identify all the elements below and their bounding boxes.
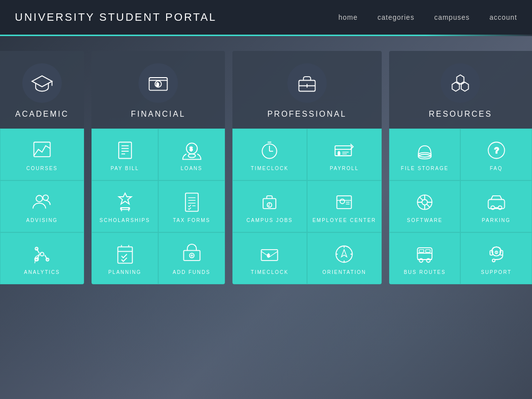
svg-marker-70 [461, 82, 469, 91]
tile-timeclock[interactable]: TIMECLOCK [232, 129, 307, 180]
tile-advising[interactable]: ADVISING [0, 180, 84, 232]
resources-header: RESOURCES [389, 51, 532, 129]
academic-title: ACADEMIC [15, 110, 69, 119]
professional-title: PROFESSIONAL [267, 110, 347, 119]
svg-rect-31 [118, 247, 132, 263]
tile-planning-label: PLANNING [108, 269, 141, 275]
tile-analytics[interactable]: ANALYTICS [0, 232, 84, 284]
tile-employeecenter-label: EMPLOYEE CENTER [312, 217, 376, 223]
tile-timeclock2[interactable]: $ TIMECLOCK [232, 232, 307, 284]
tile-parking[interactable]: PARKING [460, 180, 532, 232]
financial-icon-circle: $ [138, 63, 178, 103]
tile-scholarships[interactable]: SCHOLARSHIPS [91, 180, 158, 232]
svg-rect-95 [490, 251, 493, 255]
graduation-icon [31, 72, 53, 94]
financial-header: $ FINANCIAL [91, 51, 225, 129]
tile-timeclock2-label: TIMECLOCK [251, 269, 288, 275]
tile-loans-label: LOANS [181, 165, 203, 172]
svg-marker-0 [32, 76, 52, 87]
nav-campuses[interactable]: campuses [434, 13, 470, 21]
svg-point-24 [188, 154, 195, 157]
tile-faq-label: FAQ [490, 165, 503, 172]
financial-tiles: PAY BILL $ LOANS [91, 129, 225, 284]
svg-rect-87 [419, 250, 424, 253]
svg-marker-67 [342, 250, 347, 257]
professional-header: PROFESSIONAL [232, 51, 382, 129]
tile-addfunds[interactable]: ADD FUNDS [158, 232, 225, 284]
tile-planning[interactable]: PLANNING [91, 232, 158, 284]
tile-addfunds-label: ADD FUNDS [173, 269, 210, 275]
financial-title: FINANCIAL [131, 110, 186, 119]
tile-advising-label: ADVISING [26, 217, 58, 223]
svg-rect-17 [119, 142, 132, 159]
svg-marker-69 [452, 82, 460, 91]
academic-tiles: COURSES ADVISING [0, 129, 84, 284]
svg-point-62 [336, 246, 353, 263]
category-professional: PROFESSIONAL TIMECLOCK [232, 51, 382, 284]
tile-analytics-label: ANALYTICS [24, 269, 60, 275]
tile-faq[interactable]: ? FAQ [460, 129, 532, 180]
hexagons-icon [449, 72, 471, 94]
svg-text:$: $ [189, 146, 192, 152]
tile-parking-label: PARKING [482, 217, 511, 223]
svg-text:$: $ [156, 82, 159, 87]
nav-home[interactable]: home [339, 13, 358, 21]
tile-campusjobs-label: CAMPUS JOBS [247, 217, 293, 223]
tile-employeecenter[interactable]: EMPLOYEE CENTER [307, 180, 382, 232]
academic-header: ACADEMIC [0, 51, 84, 129]
tile-taxforms-label: TAX FORMS [173, 217, 211, 223]
tile-courses[interactable]: COURSES [0, 129, 84, 180]
tile-courses-label: COURSES [26, 165, 57, 172]
svg-point-97 [492, 259, 495, 262]
tile-scholarships-label: SCHOLARSHIPS [99, 217, 150, 223]
resources-title: RESOURCES [429, 110, 492, 119]
tile-software-label: SOFTWARE [407, 217, 443, 223]
tile-paybill-label: PAY BILL [111, 165, 139, 172]
tile-paybill[interactable]: PAY BILL [91, 129, 158, 180]
svg-point-4 [43, 195, 48, 200]
nav-links: home categories campuses account [339, 13, 517, 21]
tile-campusjobs[interactable]: CAMPUS JOBS [232, 180, 307, 232]
tile-support[interactable]: SUPPORT [460, 232, 532, 284]
hero-section: ACADEMIC COURSES [0, 36, 532, 399]
tile-filestorage[interactable]: FILE STORAGE [389, 129, 461, 180]
tile-loans[interactable]: $ LOANS [158, 129, 225, 180]
tile-busroutes[interactable]: BUS ROUTES [389, 232, 461, 284]
tile-payroll-label: PAYROLL [330, 165, 359, 172]
svg-point-3 [36, 195, 43, 202]
svg-text:$: $ [338, 151, 341, 156]
academic-icon-circle [22, 63, 62, 103]
tile-taxforms[interactable]: TAX FORMS [158, 180, 225, 232]
money-icon: $ [147, 72, 169, 94]
resources-tiles: FILE STORAGE ? FAQ [389, 129, 532, 284]
tile-software[interactable]: SOFTWARE [389, 180, 461, 232]
nav-categories[interactable]: categories [378, 13, 415, 21]
brand-title: UNIVERSITY STUDENT PORTAL [15, 11, 339, 24]
category-resources: RESOURCES FILE STORAGE [389, 51, 532, 284]
tile-orientation-label: ORIENTATION [322, 269, 366, 275]
category-academic: ACADEMIC COURSES [0, 51, 84, 284]
svg-text:$: $ [267, 253, 270, 258]
tile-filestorage-label: FILE STORAGE [401, 165, 449, 172]
svg-marker-68 [457, 75, 464, 84]
briefcase-icon [296, 72, 318, 94]
svg-rect-2 [34, 142, 50, 157]
svg-rect-96 [500, 251, 503, 255]
resources-icon-circle [441, 63, 480, 103]
cards-container: ACADEMIC COURSES [0, 36, 532, 299]
tile-orientation[interactable]: ORIENTATION [307, 232, 382, 284]
professional-tiles: TIMECLOCK $ PAYROLL [232, 129, 382, 284]
professional-icon-circle [287, 63, 327, 103]
nav-account[interactable]: account [489, 13, 517, 21]
tile-support-label: SUPPORT [481, 269, 512, 275]
svg-line-53 [268, 205, 270, 207]
navbar: UNIVERSITY STUDENT PORTAL home categorie… [0, 0, 532, 35]
svg-point-56 [340, 199, 345, 204]
svg-point-5 [40, 252, 44, 256]
category-financial: $ FINANCIAL PAY BILL [91, 51, 225, 284]
svg-rect-26 [185, 193, 198, 212]
tile-payroll[interactable]: $ PAYROLL [307, 129, 382, 180]
svg-text:?: ? [494, 146, 499, 155]
svg-line-80 [427, 204, 430, 207]
svg-rect-88 [426, 250, 430, 253]
